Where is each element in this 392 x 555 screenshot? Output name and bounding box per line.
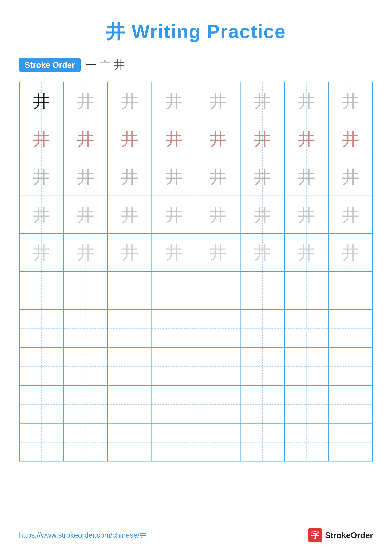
grid-cell[interactable] <box>19 423 64 461</box>
grid-cell[interactable]: 井 <box>240 158 284 196</box>
grid-cell[interactable] <box>152 310 196 348</box>
grid-cell[interactable]: 井 <box>152 82 196 120</box>
guide-char: 井 <box>121 244 138 261</box>
grid-cell[interactable] <box>240 310 284 348</box>
grid-cell[interactable] <box>108 385 152 423</box>
grid-cell[interactable] <box>284 385 328 423</box>
grid-cell[interactable]: 井 <box>19 82 64 120</box>
grid-cell[interactable] <box>240 423 284 461</box>
grid-cell[interactable] <box>108 423 152 461</box>
stroke-char-1: 一 <box>86 58 96 72</box>
guide-char: 井 <box>298 130 315 148</box>
grid-cell[interactable] <box>64 423 107 461</box>
grid-cell[interactable]: 井 <box>196 120 240 158</box>
grid-cell[interactable] <box>108 272 152 310</box>
grid-cell[interactable]: 井 <box>108 196 152 234</box>
grid-cell[interactable]: 井 <box>328 158 373 196</box>
grid-cell[interactable]: 井 <box>152 234 196 272</box>
grid-cell[interactable]: 井 <box>64 82 107 120</box>
grid-cell[interactable] <box>328 423 373 461</box>
grid-cell[interactable]: 井 <box>108 158 152 196</box>
grid-cell[interactable] <box>240 272 284 310</box>
grid-cell[interactable] <box>19 310 64 348</box>
guide-char: 井 <box>121 168 138 186</box>
grid-cell[interactable] <box>64 310 107 348</box>
grid-cell[interactable] <box>196 347 240 385</box>
guide-char: 井 <box>33 206 50 224</box>
grid-cell[interactable] <box>284 272 328 310</box>
grid-cell[interactable]: 井 <box>19 120 64 158</box>
guide-char: 井 <box>298 168 315 186</box>
grid-cell[interactable] <box>19 272 64 310</box>
guide-char: 井 <box>254 130 271 148</box>
grid-cell[interactable] <box>328 310 373 348</box>
grid-cell[interactable] <box>328 272 373 310</box>
guide-char: 井 <box>165 92 183 110</box>
guide-char: 井 <box>254 168 271 186</box>
grid-cell[interactable]: 井 <box>328 196 373 234</box>
grid-cell[interactable] <box>240 347 284 385</box>
grid-cell[interactable]: 井 <box>196 82 240 120</box>
grid-cell[interactable]: 井 <box>152 196 196 234</box>
guide-char: 井 <box>33 244 50 261</box>
grid-cell[interactable] <box>284 347 328 385</box>
grid-cell[interactable]: 井 <box>196 196 240 234</box>
grid-cell[interactable] <box>240 385 284 423</box>
grid-cell[interactable] <box>196 272 240 310</box>
grid-cell[interactable] <box>152 272 196 310</box>
grid-cell[interactable]: 井 <box>240 196 284 234</box>
logo-icon: 字 <box>308 528 322 542</box>
grid-cell[interactable] <box>196 385 240 423</box>
grid-cell[interactable]: 井 <box>284 234 328 272</box>
grid-cell[interactable] <box>108 310 152 348</box>
grid-cell[interactable]: 井 <box>64 120 107 158</box>
grid-cell[interactable]: 井 <box>240 120 284 158</box>
grid-cell[interactable]: 井 <box>19 234 64 272</box>
page-title: 井 Writing Practice <box>19 19 373 45</box>
guide-char: 井 <box>121 206 138 224</box>
grid-cell[interactable] <box>64 347 107 385</box>
grid-cell[interactable]: 井 <box>240 82 284 120</box>
grid-cell[interactable]: 井 <box>152 158 196 196</box>
grid-cell[interactable] <box>64 385 107 423</box>
guide-char: 井 <box>342 92 359 110</box>
grid-cell[interactable] <box>284 310 328 348</box>
grid-cell[interactable]: 井 <box>19 196 64 234</box>
grid-cell[interactable] <box>19 385 64 423</box>
grid-cell[interactable]: 井 <box>284 82 328 120</box>
grid-cell[interactable]: 井 <box>284 196 328 234</box>
logo-text: StrokeOrder <box>325 531 373 540</box>
guide-char: 井 <box>254 206 271 224</box>
grid-cell[interactable]: 井 <box>152 120 196 158</box>
grid-cell[interactable]: 井 <box>328 120 373 158</box>
grid-cell[interactable] <box>64 272 107 310</box>
grid-cell[interactable] <box>328 347 373 385</box>
grid-cell[interactable]: 井 <box>196 158 240 196</box>
grid-cell[interactable] <box>196 423 240 461</box>
grid-cell[interactable]: 井 <box>328 82 373 120</box>
grid-cell[interactable] <box>152 385 196 423</box>
grid-cell[interactable] <box>152 347 196 385</box>
footer-url: https://www.strokeorder.com/chinese/井 <box>19 530 147 540</box>
guide-char: 井 <box>165 130 183 148</box>
grid-cell[interactable]: 井 <box>196 234 240 272</box>
grid-cell[interactable]: 井 <box>284 158 328 196</box>
grid-cell[interactable] <box>19 347 64 385</box>
grid-cell[interactable]: 井 <box>108 234 152 272</box>
grid-cell[interactable]: 井 <box>64 196 107 234</box>
grid-cell[interactable]: 井 <box>108 82 152 120</box>
practice-grid: 井 井 井 井 井 井 井 井 井 井 井 <box>19 82 373 461</box>
grid-cell[interactable] <box>152 423 196 461</box>
grid-cell[interactable]: 井 <box>108 120 152 158</box>
grid-cell[interactable] <box>284 423 328 461</box>
grid-cell[interactable]: 井 <box>240 234 284 272</box>
grid-cell[interactable] <box>196 310 240 348</box>
grid-cell[interactable] <box>328 385 373 423</box>
grid-cell[interactable]: 井 <box>64 234 107 272</box>
grid-cell[interactable]: 井 <box>19 158 64 196</box>
grid-cell[interactable]: 井 <box>284 120 328 158</box>
grid-cell[interactable] <box>108 347 152 385</box>
grid-cell[interactable]: 井 <box>328 234 373 272</box>
guide-char: 井 <box>209 206 227 224</box>
grid-cell[interactable]: 井 <box>64 158 107 196</box>
